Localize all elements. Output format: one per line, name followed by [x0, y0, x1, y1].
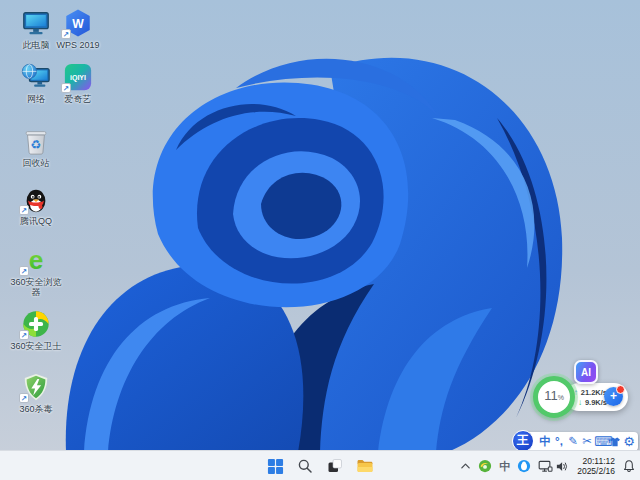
icon-label: 360安全卫士 [10, 341, 61, 351]
icon-label: 360安全浏览器 [6, 277, 66, 297]
windows-logo-icon [267, 458, 284, 475]
tray-360-icon[interactable] [478, 459, 492, 473]
search-icon [297, 458, 313, 474]
icon-label: 腾讯QQ [20, 216, 52, 226]
recycle-bin-icon: ♻ [21, 126, 51, 156]
desktop: 此电脑 W ↗ WPS 2019 网络 [0, 0, 640, 480]
360-antivirus-shield-icon: ↗ [21, 372, 51, 402]
360-safeguard-icon: ↗ [21, 309, 51, 339]
shortcut-arrow-icon: ↗ [19, 266, 29, 276]
icon-label: WPS 2019 [56, 40, 99, 50]
ime-skin-button[interactable] [608, 432, 622, 451]
notification-bell-button[interactable] [622, 459, 636, 473]
svg-text:♻: ♻ [31, 138, 42, 152]
taskbar-clock[interactable]: 20:11:12 2025/2/16 [577, 456, 615, 477]
search-button[interactable] [293, 454, 317, 478]
ime-keyboard-button[interactable]: ⌨ [594, 432, 608, 451]
file-explorer-button[interactable] [353, 454, 377, 478]
ime-punctuation-button[interactable]: °, [552, 432, 566, 451]
qq-penguin-icon: ↗ [21, 184, 51, 214]
360-browser-e-icon: e ↗ [21, 245, 51, 275]
svg-text:e: e [29, 245, 44, 275]
network-icon [538, 460, 553, 473]
ime-mode-button[interactable]: 中 [538, 432, 552, 451]
task-view-icon [327, 458, 343, 474]
system-tray: 中 [460, 451, 636, 480]
booster-button[interactable]: + [604, 387, 623, 406]
iqiyi-icon: iQIYI ↗ [63, 62, 93, 92]
wps-icon: W ↗ [63, 8, 93, 38]
cpu-float-ball[interactable]: 11% [533, 376, 575, 418]
qq-tray-icon [517, 459, 531, 473]
ime-logo-icon[interactable]: 王 [512, 430, 534, 452]
icon-label: 360杀毒 [19, 404, 52, 414]
start-button[interactable] [263, 454, 287, 478]
ai-assistant-badge[interactable]: AI [574, 360, 598, 384]
chevron-up-icon [460, 462, 471, 470]
desktop-icon-wps-2019[interactable]: W ↗ WPS 2019 [46, 8, 110, 50]
icon-label: 网络 [27, 94, 45, 104]
desktop-icon-360-safeguard[interactable]: ↗ 360安全卫士 [4, 309, 68, 351]
desktop-icon-iqiyi[interactable]: iQIYI ↗ 爱奇艺 [46, 62, 110, 104]
network-volume-button[interactable] [538, 460, 570, 473]
download-speed-row: ↓ 9.9K/s [581, 398, 607, 407]
shortcut-arrow-icon: ↗ [19, 205, 29, 215]
desktop-icon-360-antivirus[interactable]: ↗ 360杀毒 [4, 372, 68, 414]
tray-ime-indicator[interactable]: 中 [499, 459, 510, 474]
folder-icon [356, 458, 374, 474]
ime-handwriting-button[interactable]: ✎ [566, 432, 580, 451]
desktop-icon-recycle-bin[interactable]: ♻ 回收站 [4, 126, 68, 168]
shortcut-arrow-icon: ↗ [61, 83, 71, 93]
taskbar-center-group [263, 451, 377, 480]
bell-icon [622, 459, 636, 473]
360-tray-ball-icon [478, 459, 492, 473]
shortcut-arrow-icon: ↗ [19, 330, 29, 340]
cpu-percent-value: 11 [544, 381, 558, 411]
tshirt-icon [609, 436, 621, 448]
tray-chevron-button[interactable] [460, 462, 471, 470]
desktop-icon-tencent-qq[interactable]: ↗ 腾讯QQ [4, 184, 68, 226]
notification-dot [616, 385, 625, 394]
volume-icon [556, 460, 570, 473]
icon-label: 爱奇艺 [65, 94, 92, 104]
ime-toolbar: 王 中 °, ✎ ✂ ⌨ ⚙ [524, 432, 638, 451]
ime-screenshot-button[interactable]: ✂ [580, 432, 594, 451]
ime-settings-button[interactable]: ⚙ [622, 432, 636, 451]
svg-text:W: W [72, 17, 84, 31]
percent-sign: % [558, 394, 564, 401]
taskbar: 中 [0, 450, 640, 480]
shortcut-arrow-icon: ↗ [19, 393, 29, 403]
task-view-button[interactable] [323, 454, 347, 478]
clock-date: 2025/2/16 [577, 466, 615, 477]
download-arrow-icon: ↓ [578, 398, 582, 407]
shortcut-arrow-icon: ↗ [61, 29, 71, 39]
desktop-icon-360-browser[interactable]: e ↗ 360安全浏览器 [4, 245, 68, 297]
clock-time: 20:11:12 [583, 456, 615, 467]
tray-qq-icon[interactable] [517, 459, 531, 473]
svg-text:iQIYI: iQIYI [70, 74, 86, 82]
icon-label: 回收站 [23, 158, 50, 168]
